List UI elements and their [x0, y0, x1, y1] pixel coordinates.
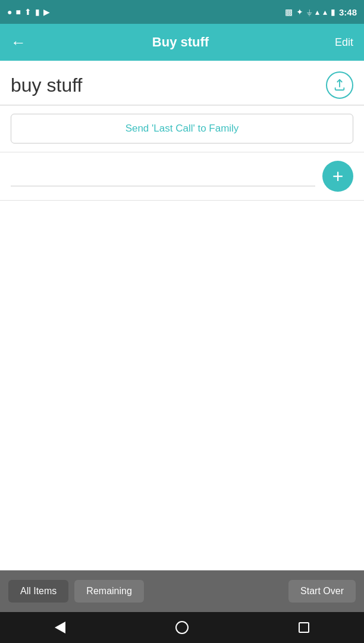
bottom-bar-left: All Items Remaining: [8, 580, 144, 603]
list-name-row: buy stuff: [0, 61, 364, 105]
last-call-row: Send 'Last Call' to Family: [0, 105, 364, 152]
upload-icon: ⬆: [24, 7, 32, 17]
add-item-button[interactable]: +: [322, 161, 353, 192]
cast-icon: ▩: [285, 7, 293, 17]
nav-home-button[interactable]: [175, 621, 189, 634]
nav-home-icon: [175, 621, 189, 634]
vibrate-icon: ⏚: [307, 7, 312, 17]
status-time: 3:48: [339, 7, 357, 17]
edit-button[interactable]: Edit: [335, 36, 353, 49]
last-call-button[interactable]: Send 'Last Call' to Family: [11, 114, 353, 143]
bottom-bar: All Items Remaining Start Over: [0, 570, 364, 612]
remaining-tab[interactable]: Remaining: [74, 580, 143, 603]
battery-icon: ▮: [331, 7, 335, 17]
plus-icon: +: [332, 167, 344, 186]
nav-bar: [0, 612, 364, 643]
list-name-text: buy stuff: [11, 74, 82, 96]
status-bar-left-icons: ● ■ ⬆ ▮ ▶: [7, 7, 50, 17]
play-icon: ▶: [43, 7, 50, 17]
signal-icon: ▴: [323, 7, 327, 17]
nav-recents-icon: [299, 622, 309, 633]
add-item-input[interactable]: [11, 167, 315, 186]
inbox-icon: ▮: [35, 7, 40, 17]
header: ← Buy stuff Edit: [0, 24, 364, 61]
empty-list-area: [0, 201, 364, 492]
add-item-row: +: [0, 152, 364, 201]
all-items-tab[interactable]: All Items: [8, 580, 68, 603]
status-bar-right-icons: ▩ ✦ ⏚ ▴ ▴ ▮ 3:48: [285, 7, 357, 17]
nav-back-icon: [55, 622, 65, 633]
header-title: Buy stuff: [152, 35, 209, 50]
main-content: buy stuff Send 'Last Call' to Family +: [0, 61, 364, 492]
share-button[interactable]: [326, 71, 353, 99]
share-icon: [333, 79, 346, 92]
wifi-icon: ▴: [315, 7, 319, 17]
back-button[interactable]: ←: [11, 33, 26, 52]
stop-icon: ■: [15, 7, 20, 17]
camera-icon: ●: [7, 7, 12, 17]
nav-back-button[interactable]: [55, 622, 65, 633]
status-bar: ● ■ ⬆ ▮ ▶ ▩ ✦ ⏚ ▴ ▴ ▮ 3:48: [0, 0, 364, 24]
start-over-button[interactable]: Start Over: [288, 580, 356, 603]
nav-recents-button[interactable]: [299, 622, 309, 633]
bluetooth-icon: ✦: [296, 7, 303, 17]
